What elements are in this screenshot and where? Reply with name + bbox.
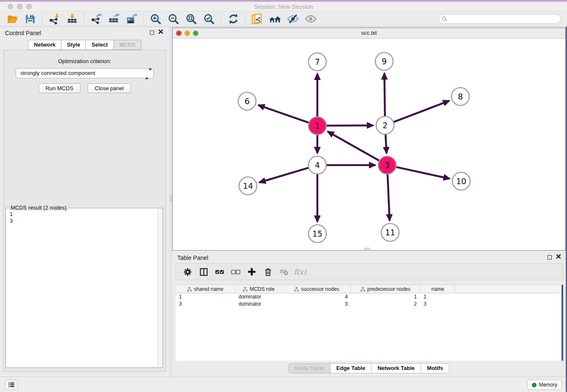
zoom-selected-button[interactable] bbox=[202, 12, 216, 26]
zoom-out-button[interactable] bbox=[167, 12, 180, 26]
search-input[interactable] bbox=[449, 16, 561, 22]
show-columns-button[interactable] bbox=[197, 266, 210, 277]
tab-network[interactable]: Network bbox=[28, 40, 61, 50]
home-button[interactable] bbox=[268, 12, 282, 26]
import-table-button[interactable] bbox=[65, 12, 79, 26]
graph-edge-3-10[interactable] bbox=[396, 167, 449, 179]
toolbar-separator bbox=[84, 13, 84, 25]
graph-edge-2-8[interactable] bbox=[394, 101, 449, 122]
zoom-in-button[interactable] bbox=[149, 12, 162, 26]
table-row[interactable]: 1dominator411 bbox=[176, 293, 563, 301]
column-header-mcds-role[interactable]: MCDS role bbox=[235, 285, 283, 293]
hide-panel-button[interactable] bbox=[286, 12, 300, 26]
table-scrollbar[interactable] bbox=[561, 285, 563, 361]
refresh-button[interactable] bbox=[226, 12, 240, 26]
trash-icon bbox=[264, 268, 272, 276]
export-table-button[interactable] bbox=[107, 12, 121, 26]
delete-column-button[interactable] bbox=[261, 266, 274, 277]
node-table: shared nameMCDS rolesuccessor nodesprede… bbox=[176, 284, 563, 361]
memory-status-icon bbox=[532, 383, 537, 387]
close-table-panel-icon[interactable]: ✕ bbox=[556, 253, 561, 261]
graph-edge-2-9[interactable] bbox=[384, 73, 385, 116]
column-header-predecessor-nodes[interactable]: predecessor nodes bbox=[351, 285, 420, 293]
graph-node-label-3: 3 bbox=[385, 160, 390, 170]
search-icon bbox=[442, 16, 448, 22]
float-table-panel-icon[interactable] bbox=[548, 255, 552, 259]
vertical-splitter[interactable] bbox=[169, 27, 172, 377]
eye-slash-icon bbox=[287, 13, 299, 25]
refresh-icon bbox=[228, 13, 239, 25]
table-settings-button[interactable] bbox=[181, 266, 194, 277]
task-history-button[interactable] bbox=[5, 380, 18, 390]
tab-motifs[interactable]: Motifs bbox=[421, 363, 449, 373]
graph-node-label-11: 11 bbox=[385, 228, 395, 237]
column-header-shared-name[interactable]: shared name bbox=[176, 285, 235, 293]
dropdown-value: strongly connected component bbox=[20, 70, 95, 76]
tab-select[interactable]: Select bbox=[85, 40, 113, 50]
column-header-name[interactable]: name bbox=[420, 285, 456, 293]
horizontal-splitter-grip[interactable] bbox=[363, 248, 370, 250]
graph-node-label-14: 14 bbox=[243, 181, 253, 190]
graph-edge-1-2[interactable] bbox=[327, 125, 373, 126]
optimization-dropdown[interactable]: strongly connected component bbox=[16, 68, 154, 78]
fx-icon: f(x) bbox=[294, 268, 306, 276]
graph-edge-1-6[interactable] bbox=[258, 105, 308, 123]
close-panel-icon[interactable]: ✕ bbox=[158, 28, 164, 36]
table-cell: 1 bbox=[420, 293, 456, 301]
eye-icon bbox=[305, 13, 317, 25]
export-image-button[interactable] bbox=[125, 12, 138, 26]
network-from-file-button[interactable] bbox=[250, 12, 264, 26]
table-row[interactable]: 3dominator323 bbox=[176, 301, 563, 308]
import-network-icon bbox=[49, 13, 60, 25]
table-cell: 4 bbox=[283, 293, 351, 301]
column-header-successor-nodes[interactable]: successor nodes bbox=[283, 285, 351, 293]
import-table-icon bbox=[66, 13, 78, 25]
gear-icon bbox=[183, 268, 192, 276]
run-mcds-button[interactable]: Run MCDS bbox=[39, 83, 81, 93]
zoom-fit-button[interactable] bbox=[184, 12, 198, 26]
tab-node-table[interactable]: Node Table bbox=[289, 363, 330, 373]
deselect-all-columns-button[interactable] bbox=[229, 266, 242, 277]
table-panel-header: Table Panel ✕ bbox=[172, 251, 566, 263]
network-canvas[interactable]: 7968124314101511 bbox=[173, 39, 565, 250]
export-image-icon bbox=[126, 13, 138, 25]
column-label: predecessor nodes bbox=[367, 286, 410, 292]
tab-mcds[interactable]: MCDS bbox=[113, 40, 141, 50]
select-all-columns-button[interactable] bbox=[213, 266, 226, 277]
optimization-label: Optimization criterion: bbox=[4, 58, 165, 64]
tab-style[interactable]: Style bbox=[61, 40, 86, 50]
memory-button[interactable]: Memory bbox=[527, 380, 562, 390]
toolbar-separator bbox=[42, 13, 42, 25]
tab-edge-table[interactable]: Edge Table bbox=[330, 363, 372, 373]
open-session-button[interactable] bbox=[6, 12, 19, 26]
show-panel-button[interactable] bbox=[304, 12, 317, 26]
graph-node-label-15: 15 bbox=[312, 229, 322, 238]
float-panel-icon[interactable] bbox=[150, 30, 154, 35]
search-box[interactable] bbox=[438, 14, 561, 24]
checked-boxes-icon bbox=[215, 267, 225, 277]
save-session-button[interactable] bbox=[23, 12, 37, 26]
result-scrollbar[interactable] bbox=[157, 209, 162, 367]
graph-edge-3-11[interactable] bbox=[388, 174, 390, 221]
splitter-grip[interactable] bbox=[170, 195, 172, 202]
table-panel-title: Table Panel bbox=[177, 254, 208, 261]
graph-edge-3-1[interactable] bbox=[328, 132, 379, 160]
import-network-button[interactable] bbox=[47, 12, 61, 26]
zoom-fit-icon bbox=[185, 13, 197, 25]
close-panel-button[interactable]: Close panel bbox=[88, 83, 131, 93]
function-builder-button[interactable]: f(x) bbox=[294, 266, 306, 277]
graph-edge-2-3[interactable] bbox=[385, 135, 386, 153]
network-graph: 7968124314101511 bbox=[173, 39, 565, 250]
tab-network-table[interactable]: Network Table bbox=[371, 363, 421, 373]
graph-edge-4-14[interactable] bbox=[259, 168, 308, 182]
network-window-titlebar[interactable]: × − + scc.txt bbox=[173, 28, 565, 39]
mcds-result-box: MCDS result (2 nodes) 1 3 bbox=[6, 208, 163, 368]
table-toolbar: f(x) bbox=[176, 263, 563, 280]
add-column-button[interactable] bbox=[245, 266, 258, 277]
export-network-icon bbox=[91, 13, 102, 25]
delete-table-button[interactable] bbox=[278, 266, 290, 277]
toolbar-separator bbox=[221, 13, 221, 25]
hierarchy-icon bbox=[294, 287, 299, 292]
table-tabs: Node TableEdge TableNetwork TableMotifs bbox=[172, 363, 566, 373]
export-network-button[interactable] bbox=[89, 12, 103, 26]
